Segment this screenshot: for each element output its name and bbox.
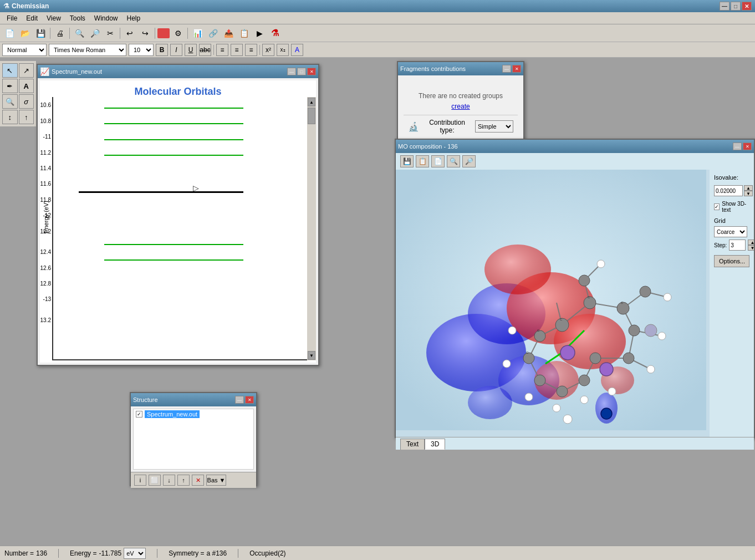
up-tool[interactable]: ↑ — [19, 110, 34, 124]
structure-item-label: Spectrum_new.out — [145, 410, 200, 418]
export-button[interactable]: 📤 — [221, 27, 236, 40]
create-link[interactable]: create — [404, 103, 518, 110]
isovalue-up[interactable]: ▲ — [744, 185, 753, 191]
align-right-button[interactable]: ≡ — [245, 44, 257, 56]
svg-point-43 — [579, 275, 590, 286]
svg-point-40 — [557, 386, 568, 397]
menu-help[interactable]: Help — [123, 13, 145, 23]
grid-button[interactable]: ⬜ — [149, 475, 161, 486]
spectrum-close[interactable]: ✕ — [307, 68, 316, 75]
zoom-tool[interactable]: 🔍 — [2, 94, 18, 109]
mo-zoom2-btn[interactable]: 🔎 — [462, 155, 476, 167]
mo-minimize[interactable]: — — [733, 142, 742, 150]
undo-button[interactable]: ↩ — [123, 27, 137, 40]
molecule-visualization[interactable]: C C C C C — [396, 170, 710, 437]
menu-edit[interactable]: Edit — [22, 13, 42, 23]
grid-select[interactable]: Coarce Medium Fine — [714, 226, 747, 237]
superscript-button[interactable]: x² — [262, 44, 274, 56]
step-up[interactable]: ▲ — [748, 240, 754, 245]
sep1 — [50, 28, 50, 39]
logo-button[interactable]: ⚗ — [268, 27, 282, 40]
step-down[interactable]: ▼ — [748, 245, 754, 251]
open-button[interactable]: 📂 — [18, 27, 32, 40]
bas-button[interactable]: Bas ▼ — [206, 475, 226, 486]
spectrum-maximize[interactable]: □ — [297, 68, 306, 75]
style-select[interactable]: Normal — [2, 44, 47, 56]
svg-point-42 — [590, 353, 601, 364]
close-button[interactable]: ✕ — [742, 2, 752, 11]
settings-button[interactable]: ⚙ — [171, 27, 185, 40]
italic-button[interactable]: I — [170, 44, 182, 56]
zoom-out-button[interactable]: 🔎 — [88, 27, 102, 40]
structure-item[interactable]: ✓ Spectrum_new.out — [134, 409, 253, 419]
new-button[interactable]: 📄 — [2, 27, 17, 40]
spectrum-minimize[interactable]: — — [287, 68, 296, 75]
underline-button[interactable]: U — [185, 44, 197, 56]
svg-point-51 — [508, 327, 516, 334]
cut-button[interactable]: ✂ — [103, 27, 118, 40]
mo-tab-text[interactable]: Text — [400, 439, 425, 450]
save-button[interactable]: 💾 — [33, 27, 48, 40]
options-button[interactable]: Options... — [714, 255, 749, 267]
svg-text:C: C — [537, 329, 540, 332]
mo-save2-btn[interactable]: 📄 — [431, 155, 445, 167]
size-select[interactable]: 10 — [129, 44, 154, 56]
delete-button[interactable]: ✕ — [192, 475, 204, 486]
fragments-minimize[interactable]: — — [502, 65, 511, 73]
menu-tools[interactable]: Tools — [65, 13, 90, 23]
spectrum-title-bar: 📈 Spectrum_new.out — □ ✕ — [38, 65, 318, 78]
structure-checkbox[interactable]: ✓ — [136, 411, 142, 418]
sep2 — [69, 28, 70, 39]
no-groups-text: There are no created groups — [404, 92, 518, 100]
font-color-button[interactable]: A — [291, 44, 303, 56]
strikethrough-button[interactable]: abc — [199, 44, 211, 56]
chart-area[interactable]: -10.6 -10.8 -11 -11.2 -11.4 -11.6 -11.8 … — [52, 97, 307, 360]
mo-save-btn[interactable]: 💾 — [400, 155, 414, 167]
color-button[interactable] — [157, 28, 170, 38]
select-tool[interactable]: ↖ — [2, 63, 18, 78]
mo-close[interactable]: ✕ — [743, 142, 752, 150]
zoom-in-button[interactable]: 🔍 — [72, 27, 86, 40]
action-button[interactable]: ▶ — [252, 27, 267, 40]
up-button[interactable]: ↑ — [177, 475, 190, 486]
maximize-button[interactable]: □ — [731, 2, 741, 11]
energy-unit-select[interactable]: eV a.u. — [124, 548, 146, 559]
energy-section: Energy = -11.785 eV a.u. — [70, 548, 146, 559]
font-select[interactable]: Times New Roman — [49, 44, 126, 56]
info-button[interactable]: i — [134, 475, 146, 486]
align-left-button[interactable]: ≡ — [216, 44, 228, 56]
show3d-checkbox[interactable]: ✓ — [714, 203, 720, 210]
pen-tool[interactable]: ✒ — [2, 79, 18, 93]
contribution-select[interactable]: Simple Extended — [475, 120, 513, 133]
fragments-close[interactable]: ✕ — [512, 65, 521, 73]
minimize-button[interactable]: — — [720, 2, 730, 11]
down-tool[interactable]: ↕ — [2, 110, 18, 124]
redo-button[interactable]: ↪ — [138, 27, 152, 40]
text-tool[interactable]: A — [19, 79, 34, 93]
bold-button[interactable]: B — [156, 44, 168, 56]
subscript-button[interactable]: x₂ — [277, 44, 289, 56]
mo-tab-3d[interactable]: 3D — [425, 439, 445, 450]
spectrum-scrollbar[interactable]: ▲ ▼ — [307, 97, 316, 360]
print-button[interactable]: 🖨 — [53, 27, 67, 40]
mo-zoom-btn[interactable]: 🔍 — [447, 155, 460, 167]
structure-close[interactable]: ✕ — [245, 396, 254, 404]
down-button[interactable]: ↓ — [163, 475, 175, 486]
link-button[interactable]: 🔗 — [206, 27, 220, 40]
structure-minimize[interactable]: — — [235, 396, 244, 404]
step-input[interactable] — [729, 240, 746, 251]
pointer-tool[interactable]: ↗ — [19, 63, 34, 78]
menu-view[interactable]: View — [42, 13, 65, 23]
svg-point-39 — [534, 375, 545, 386]
isovalue-down[interactable]: ▼ — [744, 191, 753, 196]
align-center-button[interactable]: ≡ — [231, 44, 243, 56]
svg-point-4 — [468, 386, 512, 419]
menu-file[interactable]: File — [2, 13, 22, 23]
chart-button[interactable]: 📊 — [190, 27, 205, 40]
menu-window[interactable]: Window — [90, 13, 123, 23]
mo-copy-btn[interactable]: 📋 — [416, 155, 429, 167]
sigma-tool[interactable]: σ — [19, 94, 34, 109]
svg-point-58 — [563, 415, 572, 424]
extra-button[interactable]: 📋 — [237, 27, 251, 40]
isovalue-input[interactable] — [714, 185, 743, 196]
